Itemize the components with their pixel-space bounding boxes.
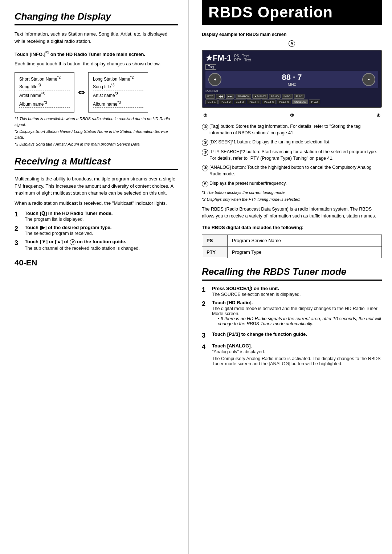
display-box-left: Short Station Name*2 Song title*3 Artist… — [15, 72, 74, 113]
recall-step-2-num: 2 — [202, 300, 210, 308]
preset-4: PSET 4 — [247, 99, 261, 104]
screen-knob-left: ◀ — [208, 73, 221, 86]
ann-3-text: [PTY SEARCH]*2 button: Start searching f… — [209, 148, 382, 162]
display-diagram: Short Station Name*2 Song title*3 Artist… — [15, 72, 178, 113]
screen-knob-row: ◀ 88 · 7 MHz ▶ — [205, 71, 378, 88]
recall-step-2: 2 Touch [HD Radio]. The digital radio mo… — [202, 300, 382, 329]
recall-step-2-title: Touch [HD Radio]. — [212, 300, 382, 305]
rbds-title: RBDS Operation — [208, 4, 375, 21]
screen-area: A ★FM-1 PS Text PTY Text Tag ◀ 88 · 7 — [202, 40, 382, 118]
recall-step-2-desc: The digital radio mode is activated and … — [212, 306, 382, 316]
recall-step-3-num: 3 — [202, 331, 210, 340]
band-btn: BAND — [269, 94, 281, 99]
table-cell-ps-val: Program Service Name — [228, 235, 382, 247]
page-btn: P 1/2 — [294, 94, 305, 99]
ann-4-text: [ANALOG] button: Touch the highlighted b… — [209, 164, 382, 177]
annotation-2: ② [DX SEEK]*1 button: Displays the tunin… — [202, 139, 382, 146]
preset-6: PSET 6 — [277, 99, 291, 104]
footnote-3: *3 Displays Song title / Artist / Album … — [15, 142, 178, 147]
annotation-4: ④ [ANALOG] button: Touch the highlighted… — [202, 164, 382, 177]
step-3: 3 Touch [▼] or [▲] of P on the function … — [15, 239, 178, 251]
recall-step-4-desc2: The Compulsory Analog Radio mode is acti… — [212, 356, 382, 366]
annotation-3: ③ [PTY SEARCH]*2 button: Start searching… — [202, 148, 382, 162]
arrow-icon: ⇔ — [78, 88, 85, 97]
section1-title: Changing the Display — [15, 11, 178, 25]
section2-p1: Multicasting is the ability to broadcast… — [15, 175, 178, 197]
screen-ps-area: PS Text PTY Text — [234, 54, 251, 62]
preset-3: SET 3 — [234, 99, 246, 104]
step-1-num: 1 — [15, 210, 23, 219]
screen-fm-label: ★FM-1 — [205, 53, 231, 63]
recall-step-4-title: Touch [ANALOG]. — [212, 343, 382, 349]
circle-1: ① — [202, 124, 208, 130]
preset-1: PSET 2 — [219, 99, 233, 104]
table-cell-pty-val: Program Type — [228, 247, 382, 258]
recall-step-1-num: 1 — [202, 286, 210, 294]
screen-diagram: ★FM-1 PS Text PTY Text Tag ◀ 88 · 7 MHz — [202, 50, 382, 108]
preset-5: PSET 5 — [262, 99, 276, 104]
display-example-label: Display example for RBDS main screen — [202, 31, 382, 38]
step-1-title: Touch [Q] in the HD Radio Tuner mode. — [25, 210, 178, 216]
recall-step-1-desc: The SOURCE selection screen is displayed… — [212, 292, 382, 297]
ann-2-text: [DX SEEK]*1 button: Displays the tuning … — [209, 139, 382, 146]
annotation-a: A Displays the preset number/frequency. — [202, 180, 382, 187]
step-3-num: 3 — [15, 239, 23, 247]
rbds-desc: The RBDS (Radio Broadcast Data System) i… — [202, 206, 382, 220]
fn-r1: *1 The button displays the current tunin… — [202, 190, 382, 195]
label-2: ② — [203, 113, 207, 118]
screen-tag: Tag — [205, 64, 216, 70]
step-2-num: 2 — [15, 225, 23, 233]
rbds-table: PS Program Service Name PTY Program Type — [202, 235, 382, 258]
step-3-title: Touch [▼] or [▲] of P on the function gu… — [25, 239, 178, 245]
prev-btn: |◀◀ — [216, 94, 225, 99]
screen-top: ★FM-1 PS Text PTY Text — [205, 53, 378, 63]
circle-2: ② — [202, 139, 208, 146]
footnote-2: *2 Displays Short Station Name / Long St… — [15, 129, 178, 140]
annotation-1: ① [Tag] button: Stores the tag informati… — [202, 123, 382, 136]
display-box-right: Long Station Name*2 Song title*3 Artist … — [88, 72, 148, 113]
circle-p-icon: P — [70, 239, 75, 245]
preset-set1: SET 1 — [205, 99, 218, 104]
section1-intro: Text information, such as Station name, … — [15, 30, 178, 45]
circle-a-ann: A — [202, 181, 208, 187]
preset-analog: ANALOG — [292, 99, 308, 104]
recall-step-4-num: 4 — [202, 343, 210, 351]
table-row-pty: PTY Program Type — [202, 247, 382, 258]
recall-step-4: 4 Touch [ANALOG]. "Analog only" is displ… — [202, 343, 382, 366]
screen-mhz: MHz — [282, 82, 302, 86]
diagram-labels: ② ③ ④ — [202, 113, 382, 118]
preset-p2: P 2/2 — [309, 99, 320, 104]
search-btn: SEARCH — [236, 94, 251, 99]
step-1: 1 Touch [Q] in the HD Radio Tuner mode. … — [15, 210, 178, 222]
multicast-steps: 1 Touch [Q] in the HD Radio Tuner mode. … — [15, 210, 178, 251]
label-a: A — [202, 40, 382, 47]
ann-a-text: Displays the preset number/frequency. — [209, 180, 382, 187]
circle-3: ③ — [202, 149, 208, 156]
recall-step-1-title: Press SOURCE/⏻ on the unit. — [212, 286, 382, 291]
screen-knob-right: ▶ — [362, 73, 375, 86]
recall-step-2-bullet: If there is no HD Radio signals in the c… — [218, 316, 382, 326]
table-title: The RBDS digital data includes the follo… — [202, 224, 382, 231]
screen-presets: SET 1 PSET 2 SET 3 PSET 4 PSET 5 PSET 6 … — [205, 99, 378, 104]
step-1-desc: The program list is displayed. — [25, 217, 178, 222]
page: Changing the Display Text information, s… — [0, 0, 392, 554]
screen-buttons: PTY |◀◀ ▶▶| SEARCH ▲MEMO BAND INFO. P 1/… — [205, 94, 378, 99]
page-number: 40-EN — [15, 258, 178, 268]
label-4: ④ — [376, 113, 380, 118]
left-column: Changing the Display Text information, s… — [0, 0, 189, 554]
recall-step-1: 1 Press SOURCE/⏻ on the unit. The SOURCE… — [202, 286, 382, 297]
step-2-title: Touch [▶] of the desired program type. — [25, 225, 178, 230]
recall-step-3: 3 Touch [P1/3] to change the function gu… — [202, 331, 382, 340]
table-cell-ps-key: PS — [202, 235, 228, 247]
step-2-desc: The selected program is received. — [25, 231, 178, 236]
label-3: ③ — [290, 113, 294, 118]
touch-info-label: Touch [INFO.]*1 on the HD Radio Tuner mo… — [15, 52, 145, 57]
section2-p2: When a radio station multicast is receiv… — [15, 200, 178, 207]
next-btn: ▶▶| — [226, 94, 234, 99]
section2-title: Receiving a Multicast — [15, 156, 178, 170]
ann-1-text: [Tag] button: Stores the tag information… — [209, 123, 382, 136]
footnote-1: *1 This button is unavailable when a RBD… — [15, 116, 178, 127]
screen-tag-row: Tag — [205, 64, 378, 70]
step-2: 2 Touch [▶] of the desired program type.… — [15, 225, 178, 236]
recall-steps: 1 Press SOURCE/⏻ on the unit. The SOURCE… — [202, 286, 382, 366]
